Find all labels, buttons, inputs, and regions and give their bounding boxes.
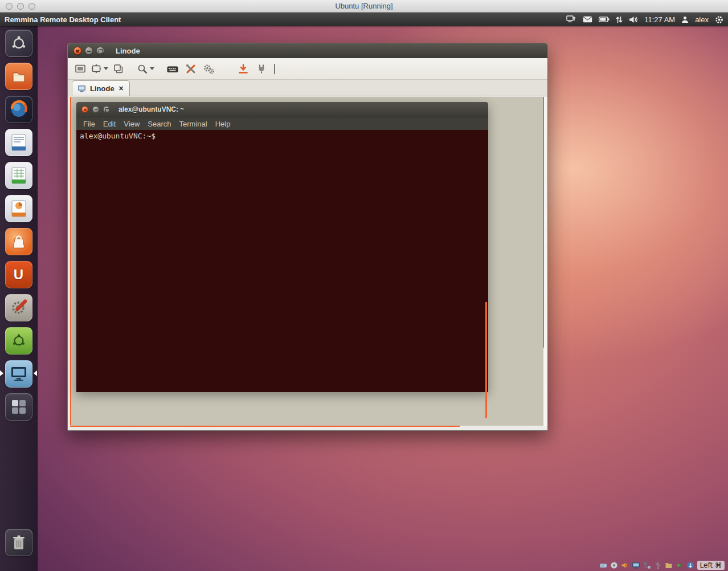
terminal-prompt: alex@ubuntuVNC:~$ bbox=[80, 132, 156, 140]
gears-button[interactable] bbox=[201, 61, 217, 77]
mouse-icon[interactable] bbox=[686, 561, 694, 569]
zoom-dropdown-caret[interactable] bbox=[150, 67, 154, 70]
duplicate-connection-button[interactable] bbox=[111, 61, 126, 77]
window-close-button[interactable] bbox=[73, 47, 81, 55]
mail-icon[interactable] bbox=[583, 16, 592, 23]
tab-close-button[interactable]: × bbox=[118, 84, 124, 92]
indicator-tray: 11:27 AM alex bbox=[566, 15, 723, 24]
viewport-bottom-edge-line bbox=[70, 426, 460, 427]
disconnect-button[interactable] bbox=[253, 61, 269, 77]
terminal-body[interactable]: alex@ubuntuVNC:~$ bbox=[76, 130, 488, 392]
launcher-running-indicator bbox=[0, 370, 3, 376]
zoom-button[interactable] bbox=[137, 61, 154, 77]
tools-button[interactable] bbox=[183, 61, 199, 77]
ubuntu-top-panel: Remmina Remote Desktop Client 11:27 AM a… bbox=[0, 13, 728, 26]
host-close-button[interactable] bbox=[6, 3, 13, 10]
sync-arrows-icon[interactable] bbox=[616, 16, 623, 23]
unity-launcher: U bbox=[0, 26, 38, 571]
connection-tab[interactable]: Linode × bbox=[72, 80, 130, 96]
toolbar-text-caret bbox=[274, 64, 275, 74]
window-minimize-button[interactable] bbox=[85, 47, 93, 55]
terminal-window: alex@ubuntuVNC: ~ File Edit View Search … bbox=[76, 102, 488, 392]
dash-home-icon[interactable] bbox=[5, 30, 32, 57]
menu-terminal[interactable]: Terminal bbox=[175, 120, 211, 128]
terminal-minimize-button[interactable] bbox=[92, 106, 99, 113]
network-icon[interactable] bbox=[566, 15, 576, 23]
terminal-menubar: File Edit View Search Terminal Help bbox=[76, 117, 488, 130]
launcher-focused-indicator bbox=[34, 370, 37, 376]
menu-view[interactable]: View bbox=[120, 120, 144, 128]
viewport-right-edge-line bbox=[543, 97, 544, 348]
vbox-statusbar: Left ⌘ bbox=[599, 561, 725, 570]
menu-file[interactable]: File bbox=[79, 120, 99, 128]
remmina-window: Linode bbox=[67, 43, 548, 431]
screenshot-button[interactable] bbox=[235, 61, 251, 77]
host-window-titlebar[interactable]: Ubuntu [Running] bbox=[0, 0, 728, 13]
libreoffice-impress-icon[interactable] bbox=[5, 195, 32, 222]
terminal-right-edge-line bbox=[485, 302, 487, 418]
remmina-window-title: Linode bbox=[116, 47, 140, 55]
fullscreen-dropdown-caret[interactable] bbox=[104, 67, 108, 70]
terminal-close-button[interactable] bbox=[81, 106, 88, 113]
active-app-title: Remmina Remote Desktop Client bbox=[5, 15, 121, 24]
host-zoom-button[interactable] bbox=[28, 3, 35, 10]
terminal-titlebar[interactable]: alex@ubuntuVNC: ~ bbox=[76, 102, 488, 117]
firefox-icon[interactable] bbox=[5, 96, 32, 123]
trash-icon[interactable] bbox=[5, 529, 32, 556]
files-icon[interactable] bbox=[5, 63, 32, 90]
libreoffice-calc-icon[interactable] bbox=[5, 162, 32, 189]
features-icon[interactable] bbox=[676, 561, 684, 569]
terminal-maximize-button[interactable] bbox=[103, 106, 110, 113]
terminal-window-title: alex@ubuntuVNC: ~ bbox=[118, 105, 184, 113]
user-menu-label[interactable]: alex bbox=[695, 15, 709, 24]
virtualbox-guest-screen: Ubuntu [Running] Remmina Remote Desktop … bbox=[0, 0, 728, 571]
remmina-titlebar[interactable]: Linode bbox=[68, 43, 547, 58]
session-gear-icon[interactable] bbox=[715, 15, 723, 24]
host-key-label: Left ⌘ bbox=[697, 561, 725, 570]
shared-folders-icon[interactable] bbox=[665, 562, 673, 569]
workspace-switcher-icon[interactable] bbox=[5, 393, 32, 421]
remmina-toolbar bbox=[68, 58, 547, 80]
audio-icon[interactable] bbox=[621, 561, 629, 569]
ubuntu-one-icon[interactable]: U bbox=[5, 261, 32, 288]
viewport-left-edge-line bbox=[70, 97, 71, 425]
keyboard-grab-button[interactable] bbox=[165, 61, 181, 77]
display-icon[interactable] bbox=[632, 561, 640, 569]
tab-connection-icon bbox=[77, 85, 86, 92]
host-minimize-button[interactable] bbox=[17, 3, 24, 10]
remmina-tabbar: Linode × bbox=[68, 80, 547, 96]
menu-search[interactable]: Search bbox=[144, 120, 175, 128]
fullscreen-button[interactable] bbox=[91, 61, 108, 77]
user-icon[interactable] bbox=[681, 16, 689, 23]
menu-help[interactable]: Help bbox=[211, 120, 235, 128]
software-center-icon[interactable] bbox=[5, 228, 32, 255]
tab-label: Linode bbox=[90, 84, 114, 93]
clock-indicator[interactable]: 11:27 AM bbox=[644, 15, 675, 24]
volume-icon[interactable] bbox=[629, 16, 638, 23]
libreoffice-writer-icon[interactable] bbox=[5, 129, 32, 156]
optical-icon[interactable] bbox=[610, 561, 618, 569]
window-maximize-button[interactable] bbox=[96, 47, 104, 55]
ubuntu-one-glyph: U bbox=[14, 268, 23, 282]
remmina-icon[interactable] bbox=[5, 360, 32, 388]
menu-edit[interactable]: Edit bbox=[99, 120, 120, 128]
battery-icon[interactable] bbox=[599, 17, 610, 22]
host-window-title: Ubuntu [Running] bbox=[0, 0, 728, 12]
network-icon[interactable] bbox=[643, 561, 651, 569]
ubuntu-software-icon[interactable] bbox=[5, 327, 32, 354]
scaled-mode-button[interactable] bbox=[72, 61, 88, 77]
system-settings-icon[interactable] bbox=[5, 294, 32, 321]
hdd-icon[interactable] bbox=[599, 561, 607, 569]
usb-icon[interactable] bbox=[654, 561, 662, 569]
host-window-controls[interactable] bbox=[6, 3, 35, 10]
